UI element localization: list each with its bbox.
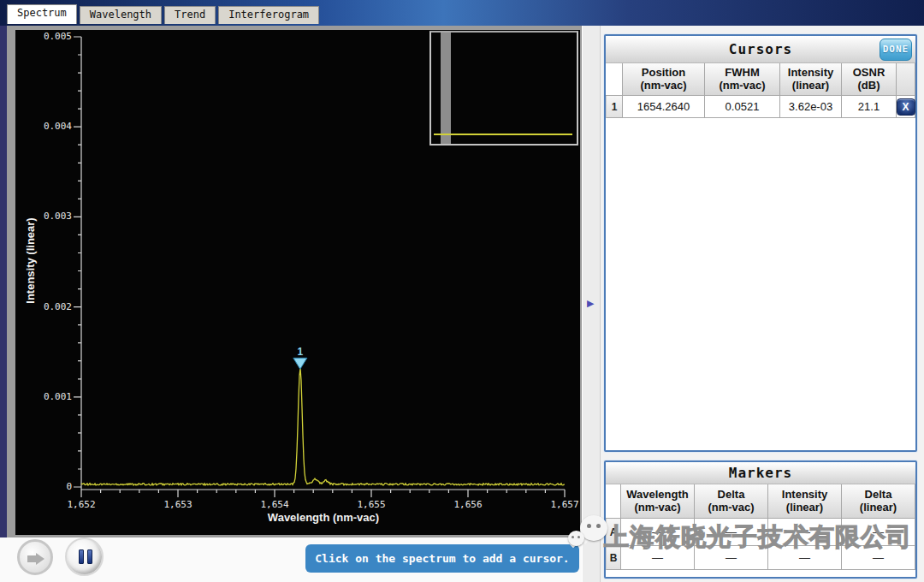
overview-inset-plot[interactable]	[429, 31, 578, 146]
tab-wavelength[interactable]: Wavelength	[80, 6, 162, 24]
tab-trend[interactable]: Trend	[164, 6, 216, 24]
col-fwhm-l1: FWHM	[725, 67, 759, 80]
col-delta-linear-l1: Delta	[865, 489, 892, 502]
tab-interferogram[interactable]: Interferogram	[218, 6, 319, 24]
col-intensity-l2: (linear)	[792, 80, 829, 92]
x-tick-label: 1,655	[347, 499, 395, 510]
col-delta-linear-l2: (linear)	[860, 502, 897, 514]
tab-spectrum[interactable]: Spectrum	[7, 4, 77, 24]
delete-cursor-button[interactable]: X	[897, 98, 915, 116]
y-tick-label: 0.001	[22, 391, 72, 402]
x-tick-label: 1,653	[154, 499, 202, 510]
spectrum-plot[interactable]: 1 0.0050.0040.0030.0020.0010 1,6521,6531…	[15, 30, 580, 535]
col-intensity: Intensity (linear)	[780, 63, 842, 96]
panel-splitter[interactable]: ▶	[582, 26, 601, 582]
cursor-label: 1	[297, 346, 303, 358]
cursors-panel: Cursors DONE Position (nm-vac) FWHM (nm-…	[604, 34, 917, 452]
col-osnr-l2: (dB)	[858, 80, 880, 92]
y-tick-label: 0.005	[22, 31, 72, 42]
col-wavelength: Wavelength (nm-vac)	[621, 484, 695, 519]
overview-trace	[434, 134, 572, 135]
col-delta-linear: Delta (linear)	[842, 484, 915, 519]
col-position: Position (nm-vac)	[623, 63, 705, 96]
hint-message: Click on the spectrum to add a cursor.	[305, 544, 579, 573]
cursors-panel-header: Cursors DONE	[606, 36, 915, 63]
cursors-action-header-cell	[897, 63, 915, 96]
col-position-l1: Position	[642, 67, 685, 80]
tab-bar: Spectrum Wavelength Trend Interferogram	[7, 6, 319, 24]
y-tick-label: 0	[22, 481, 72, 492]
pause-icon	[87, 549, 92, 564]
markers-title: Markers	[729, 465, 792, 481]
col-marker-intensity-l2: (linear)	[786, 502, 823, 514]
col-fwhm-l2: (nm-vac)	[719, 80, 765, 92]
cursor-intensity-value: 3.62e-03	[780, 96, 842, 118]
x-tick-label: 1,654	[251, 499, 299, 510]
col-delta-nm-l1: Delta	[718, 489, 745, 502]
cursor-marker-icon[interactable]	[293, 358, 307, 369]
left-edge-strip	[0, 26, 7, 537]
markers-panel: Markers Wavelength (nm-vac) Delta (nm-va…	[604, 460, 917, 579]
play-button[interactable]	[17, 539, 53, 575]
col-marker-intensity: Intensity (linear)	[768, 484, 842, 519]
splitter-expand-icon[interactable]: ▶	[587, 298, 594, 309]
cursors-title: Cursors	[729, 41, 792, 57]
markers-header-row: Wavelength (nm-vac) Delta (nm-vac) Inten…	[606, 484, 915, 519]
x-tick-label: 1,656	[444, 499, 492, 510]
col-intensity-l1: Intensity	[788, 67, 833, 80]
overview-selection-band[interactable]	[441, 33, 451, 144]
y-tick-label: 0.004	[22, 121, 72, 132]
x-axis-title: Wavelength (nm-vac)	[221, 511, 426, 524]
cursors-header-row: Position (nm-vac) FWHM (nm-vac) Intensit…	[606, 63, 915, 96]
watermark-text: 上海筱晓光子技术有限公司	[604, 520, 922, 555]
col-osnr: OSNR (dB)	[842, 63, 897, 96]
spectrum-trace	[81, 368, 565, 485]
application-window: Spectrum Wavelength Trend Interferogram …	[0, 0, 924, 582]
cursor-position-value: 1654.2640	[623, 96, 705, 118]
cursor-action-cell: X	[897, 96, 915, 118]
col-delta-nm: Delta (nm-vac)	[695, 484, 768, 519]
y-axis-title: Intensity (linear)	[24, 197, 37, 325]
cursor-osnr-value: 21.1	[842, 96, 897, 118]
col-wavelength-l2: (nm-vac)	[634, 502, 680, 514]
x-tick-label: 1,652	[57, 499, 105, 510]
pause-icon	[79, 549, 84, 564]
markers-panel-header: Markers	[606, 462, 915, 484]
wechat-logo-icon	[568, 514, 614, 556]
pause-button[interactable]	[65, 537, 104, 576]
cursors-table: Position (nm-vac) FWHM (nm-vac) Intensit…	[606, 63, 915, 118]
cursors-corner-cell	[606, 63, 623, 96]
col-delta-nm-l2: (nm-vac)	[708, 502, 754, 514]
col-marker-intensity-l1: Intensity	[782, 489, 827, 502]
cursor-row-1: 1 1654.2640 0.0521 3.62e-03 21.1 X	[606, 96, 915, 118]
col-wavelength-l1: Wavelength	[626, 489, 688, 502]
col-fwhm: FWHM (nm-vac)	[705, 63, 780, 96]
cursor-fwhm-value: 0.0521	[705, 96, 780, 118]
col-osnr-l1: OSNR	[853, 67, 886, 80]
col-position-l2: (nm-vac)	[640, 80, 686, 92]
done-button[interactable]: DONE	[880, 39, 912, 61]
cursor-row-number: 1	[606, 96, 623, 118]
